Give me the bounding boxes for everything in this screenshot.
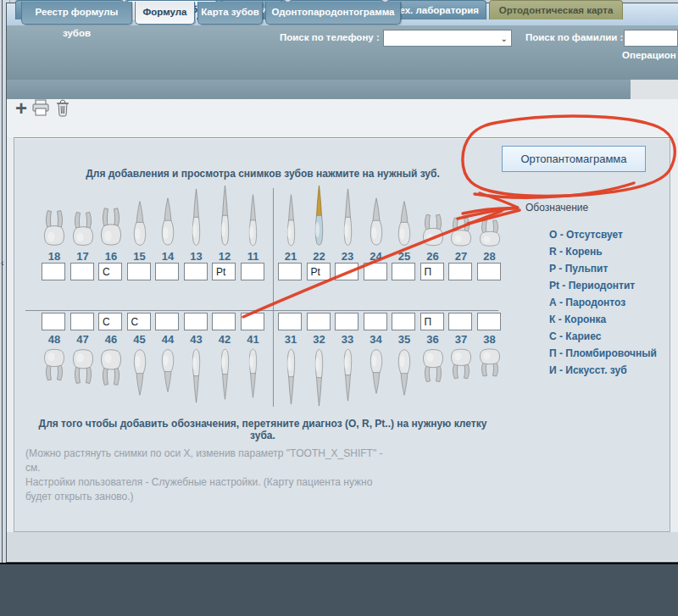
tooth-46[interactable] — [99, 347, 123, 387]
tooth-32[interactable] — [312, 347, 326, 408]
tooth-mark-box-33[interactable] — [335, 313, 358, 330]
tooth-number-17: 17 — [69, 250, 97, 263]
tooth-11[interactable] — [246, 193, 260, 248]
tooth-43[interactable] — [189, 347, 203, 404]
sub-tabs-row — [7, 119, 678, 137]
tooth-mark-box-31[interactable] — [278, 313, 302, 330]
tooth-31[interactable] — [284, 347, 298, 406]
tooth-mark-box-11[interactable] — [241, 263, 264, 280]
tooth-18[interactable] — [42, 208, 66, 248]
legend-item[interactable]: Р - Пульпит — [549, 263, 608, 275]
tooth-33[interactable] — [341, 347, 355, 402]
add-icon[interactable]: + — [15, 100, 27, 117]
orthopantomogram-button[interactable]: Ортопантомаграмма — [502, 146, 646, 172]
tooth-mark-box-12[interactable]: Pt — [212, 263, 236, 280]
tooth-mark-box-22[interactable]: Pt — [307, 263, 331, 280]
tooth-mark-box-45[interactable]: С — [127, 313, 151, 330]
tooth-number-36: 36 — [419, 333, 447, 346]
bottomtab-odontoparodontogram[interactable]: Одонтопародонтограмма — [265, 2, 401, 25]
tooth-mark-box-43[interactable] — [184, 313, 208, 330]
tooth-mark-box-21[interactable] — [278, 263, 302, 280]
tooth-21[interactable] — [284, 193, 298, 248]
tooth-number-23: 23 — [333, 250, 362, 263]
tabs-filler — [631, 80, 678, 99]
tooth-mark-box-44[interactable] — [155, 313, 179, 330]
tooth-number-11: 11 — [239, 250, 268, 263]
bottomtab-formula[interactable]: Формула — [135, 2, 195, 25]
tooth-number-14: 14 — [153, 250, 182, 263]
search-surname-input[interactable] — [624, 30, 678, 47]
tooth-mark-box-16[interactable]: С — [98, 263, 122, 280]
tooth-mark-box-42[interactable] — [212, 313, 236, 330]
tooth-12[interactable] — [218, 184, 232, 248]
tooth-mark-box-41[interactable] — [241, 313, 264, 330]
tooth-number-27: 27 — [447, 250, 475, 263]
legend-item[interactable]: R - Корень — [549, 246, 603, 258]
tooth-13[interactable] — [189, 187, 203, 248]
tooth-number-38: 38 — [475, 333, 504, 346]
legend-item[interactable]: С - Кариес — [549, 330, 601, 342]
tooth-36[interactable] — [421, 347, 445, 384]
tooth-mark-box-47[interactable] — [70, 313, 94, 330]
legend-item[interactable]: К - Коронка — [549, 314, 606, 325]
delete-icon[interactable] — [54, 98, 71, 120]
tooth-mark-box-34[interactable] — [364, 313, 387, 330]
tooth-mark-box-27[interactable] — [448, 263, 472, 280]
tooth-mark-box-32[interactable] — [307, 313, 331, 330]
tooth-mark-box-24[interactable] — [364, 263, 387, 280]
tooth-mark-box-38[interactable] — [477, 313, 501, 330]
tooth-mark-box-48[interactable] — [42, 313, 65, 330]
tooth-mark-box-25[interactable] — [392, 263, 415, 280]
tooth-mark-box-26[interactable]: П — [420, 263, 444, 280]
tooth-17[interactable] — [71, 210, 95, 248]
tooth-14[interactable] — [159, 196, 176, 248]
print-icon[interactable] — [31, 98, 51, 120]
legend-item[interactable]: А - Пародонтоз — [549, 297, 625, 308]
tooth-mark-box-18[interactable] — [42, 263, 65, 280]
tooth-26[interactable] — [421, 213, 445, 248]
tooth-mark-box-13[interactable] — [184, 263, 208, 280]
tooth-mark-box-23[interactable] — [335, 263, 358, 280]
tooth-16[interactable] — [99, 206, 123, 248]
bottomtab-tooth-map[interactable]: Карта зубов — [197, 2, 263, 25]
legend-item[interactable]: О - Отсутсвует — [549, 229, 623, 241]
tooth-22[interactable] — [312, 184, 326, 248]
tooth-27[interactable] — [449, 216, 473, 248]
tooth-48[interactable] — [42, 347, 66, 382]
tooth-mark-box-14[interactable] — [155, 263, 179, 280]
tooth-mark-box-28[interactable] — [477, 263, 501, 280]
tooth-38[interactable] — [478, 347, 502, 378]
tooth-37[interactable] — [449, 347, 473, 380]
tooth-mark-box-17[interactable] — [70, 263, 94, 280]
tab-tech-laboratory[interactable]: Тех. лаборатория — [386, 0, 486, 19]
tooth-23[interactable] — [341, 187, 355, 248]
tooth-24[interactable] — [368, 196, 385, 248]
bottomtab-formula-registry[interactable]: Реестр формулы зубов — [21, 2, 132, 25]
bottom-tabs-row — [7, 532, 678, 561]
tooth-28[interactable] — [478, 219, 502, 248]
tooth-45[interactable] — [131, 347, 148, 397]
legend-item[interactable]: И - Искусст. зуб — [549, 364, 627, 376]
tooth-44[interactable] — [159, 347, 176, 394]
tooth-mark-box-35[interactable] — [392, 313, 415, 330]
tooth-mark-box-46[interactable]: С — [98, 313, 122, 330]
tooth-number-43: 43 — [182, 333, 211, 346]
tooth-mark-box-15[interactable] — [127, 263, 151, 280]
tooth-25[interactable] — [396, 199, 413, 248]
tooth-mark-box-36[interactable]: П — [420, 313, 444, 330]
tab-orthodontic-card[interactable]: Ортодонтическая карта — [489, 0, 623, 19]
tooth-42[interactable] — [218, 347, 232, 401]
tooth-mark-box-37[interactable] — [448, 313, 472, 330]
legend-item[interactable]: П - Пломбировочный — [549, 347, 657, 359]
tooth-35[interactable] — [396, 347, 413, 397]
operational-label: Операцион — [622, 50, 678, 60]
legend-item[interactable]: Pt - Периодонтит — [549, 280, 635, 291]
tooth-15[interactable] — [131, 199, 148, 248]
tooth-47[interactable] — [71, 347, 95, 386]
panel-collapse-arrow-icon[interactable]: ‹ — [1, 258, 4, 268]
toolbar: + — [7, 99, 678, 119]
tooth-41[interactable] — [246, 347, 260, 399]
tooth-34[interactable] — [368, 347, 385, 396]
search-phone-combobox[interactable]: ⌄ — [383, 30, 512, 47]
tooth-number-33: 33 — [333, 333, 362, 346]
